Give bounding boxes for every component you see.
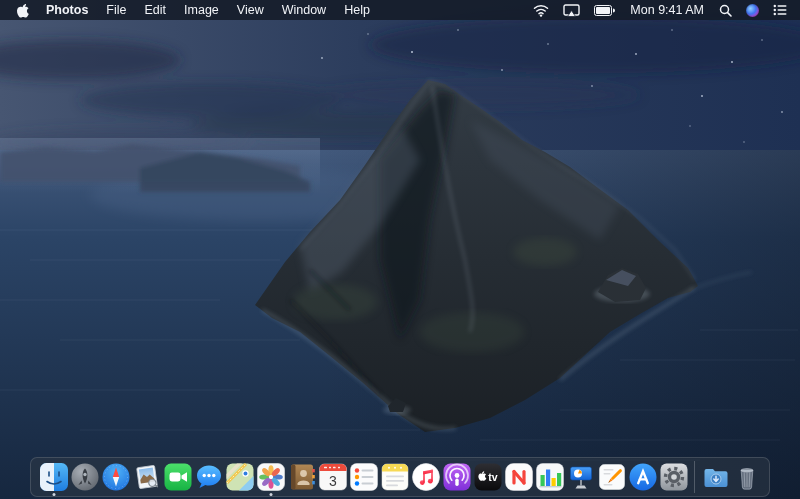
numbers-icon	[535, 462, 565, 492]
dock-safari[interactable]	[100, 457, 131, 497]
notes-icon	[380, 462, 410, 492]
tv-label-text: tv	[488, 471, 497, 483]
dock-keynote[interactable]	[565, 457, 596, 497]
menu-view[interactable]: View	[228, 0, 273, 20]
dock-app-store[interactable]: A	[627, 457, 658, 497]
safari-icon	[101, 462, 131, 492]
spotlight-search-icon	[719, 4, 732, 17]
app-store-icon: A	[628, 462, 658, 492]
dock-reminders[interactable]	[348, 457, 379, 497]
dock-news[interactable]	[503, 457, 534, 497]
keynote-icon	[566, 462, 596, 492]
dock-numbers[interactable]	[534, 457, 565, 497]
notification-center-icon	[773, 4, 787, 16]
dock-maps[interactable]	[224, 457, 255, 497]
spotlight-menu[interactable]	[714, 0, 737, 20]
menu-bar-left: Photos File Edit Image View Window Help	[0, 0, 379, 20]
dock-facetime[interactable]	[162, 457, 193, 497]
tv-icon: tv	[473, 462, 503, 492]
menu-window[interactable]: Window	[273, 0, 335, 20]
photos-icon	[256, 462, 286, 492]
photos-running-indicator	[269, 493, 272, 496]
dock-finder[interactable]	[38, 457, 69, 497]
notification-center-menu[interactable]	[768, 0, 792, 20]
calendar-day-number: 3	[329, 473, 337, 489]
calendar-icon: 3	[318, 462, 348, 492]
siri-menu[interactable]	[741, 0, 764, 20]
dock-separator-handle[interactable]	[694, 461, 695, 493]
maps-icon	[225, 462, 255, 492]
siri-icon	[746, 4, 759, 17]
dock-calendar[interactable]: 3	[317, 457, 348, 497]
music-icon	[411, 462, 441, 492]
dock-photos[interactable]	[255, 457, 286, 497]
menu-bar-status: Mon 9:41 AM	[528, 0, 800, 20]
screen-mirroring-icon	[563, 4, 580, 17]
contacts-icon	[287, 462, 317, 492]
downloads-folder-icon	[701, 462, 731, 492]
finder-icon	[39, 462, 69, 492]
dock-trash[interactable]	[731, 457, 762, 497]
finder-running-indicator	[52, 493, 55, 496]
menu-image[interactable]: Image	[175, 0, 228, 20]
desktop-wallpaper	[0, 0, 800, 499]
apple-logo-icon	[16, 3, 29, 18]
app-menu-photos[interactable]: Photos	[37, 0, 97, 20]
pages-icon	[597, 462, 627, 492]
screen-mirroring-menu[interactable]	[558, 0, 585, 20]
dock-system-preferences[interactable]	[658, 457, 689, 497]
wifi-icon	[533, 4, 549, 17]
system-preferences-icon	[659, 462, 689, 492]
dock-notes[interactable]	[379, 457, 410, 497]
menu-bar-clock[interactable]: Mon 9:41 AM	[624, 0, 710, 20]
reminders-icon	[349, 462, 379, 492]
facetime-icon	[163, 462, 193, 492]
dock-messages[interactable]	[193, 457, 224, 497]
menu-edit[interactable]: Edit	[136, 0, 176, 20]
dock-music[interactable]	[410, 457, 441, 497]
dock-downloads-folder[interactable]	[700, 457, 731, 497]
dock-podcasts[interactable]	[441, 457, 472, 497]
battery-icon	[594, 5, 615, 16]
dock-pages[interactable]	[596, 457, 627, 497]
preview-icon	[132, 462, 162, 492]
apple-menu[interactable]	[6, 3, 37, 18]
battery-menu[interactable]	[589, 0, 620, 20]
messages-icon	[194, 462, 224, 492]
menu-help[interactable]: Help	[335, 0, 379, 20]
podcasts-icon	[442, 462, 472, 492]
menu-bar: Photos File Edit Image View Window Help	[0, 0, 800, 20]
dock-preview[interactable]	[131, 457, 162, 497]
dock-contacts[interactable]	[286, 457, 317, 497]
news-icon	[504, 462, 534, 492]
wifi-menu[interactable]	[528, 0, 554, 20]
menu-file[interactable]: File	[97, 0, 135, 20]
dock: 3	[30, 457, 770, 497]
dock-launchpad[interactable]	[69, 457, 100, 497]
launchpad-icon	[70, 462, 100, 492]
dock-tv[interactable]: tv	[472, 457, 503, 497]
trash-icon	[732, 462, 762, 492]
